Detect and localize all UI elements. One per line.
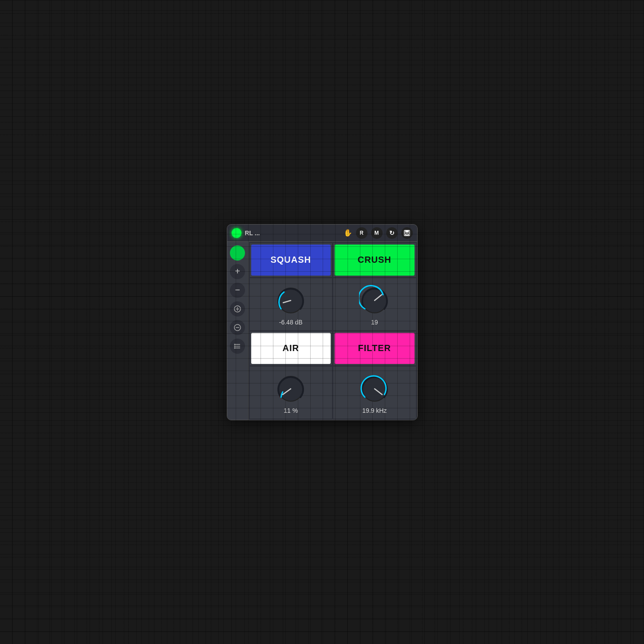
filter-label-cell: FILTER: [333, 332, 416, 365]
squash-label[interactable]: SQUASH: [251, 245, 331, 276]
crush-knob[interactable]: [359, 285, 390, 316]
squash-value: -6.48 dB: [279, 319, 303, 326]
air-knob[interactable]: [275, 373, 306, 404]
save-button[interactable]: [401, 227, 413, 239]
sidebar-list-button[interactable]: [230, 339, 245, 354]
hand-icon[interactable]: ✋: [344, 229, 352, 237]
svg-rect-3: [406, 234, 408, 235]
air-knob-cell: 11 %: [250, 367, 332, 419]
air-label-cell: AIR: [250, 332, 332, 365]
filter-value: 19.9 kHz: [362, 407, 387, 414]
crush-label[interactable]: CRUSH: [335, 245, 415, 276]
filter-knob-cell: 19.9 kHz: [333, 367, 416, 419]
plugin-title: RL ...: [245, 229, 340, 237]
svg-rect-1: [405, 230, 409, 233]
squash-knob[interactable]: [275, 285, 306, 316]
filter-knob[interactable]: [359, 373, 390, 404]
title-bar: RL ... ✋ R M ↻: [227, 225, 417, 242]
refresh-button[interactable]: ↻: [386, 227, 398, 239]
m-button[interactable]: M: [371, 227, 383, 239]
r-button[interactable]: R: [356, 227, 367, 239]
plugin-window: RL ... ✋ R M ↻ + −: [227, 224, 418, 420]
air-label[interactable]: AIR: [251, 333, 331, 364]
sidebar-remove-button[interactable]: [230, 320, 245, 335]
squash-label-cell: SQUASH: [250, 243, 332, 277]
sidebar-power-button[interactable]: [230, 245, 245, 261]
power-led[interactable]: [232, 228, 241, 238]
air-value: 11 %: [284, 407, 298, 414]
crush-knob-cell: 19: [333, 278, 416, 330]
svg-point-15: [234, 347, 236, 348]
sidebar: + −: [227, 242, 249, 420]
crush-value: 19: [371, 319, 378, 326]
svg-point-14: [234, 345, 236, 347]
svg-point-13: [234, 344, 236, 345]
plugin-grid: SQUASH CRUSH: [249, 242, 417, 420]
plugin-content: + −: [227, 242, 417, 420]
filter-label[interactable]: FILTER: [335, 333, 415, 364]
squash-knob-cell: -6.48 dB: [250, 278, 332, 330]
sidebar-minus-button[interactable]: −: [230, 283, 245, 298]
sidebar-add-button[interactable]: [230, 301, 245, 316]
crush-label-cell: CRUSH: [333, 243, 416, 277]
sidebar-plus-button[interactable]: +: [230, 264, 245, 279]
